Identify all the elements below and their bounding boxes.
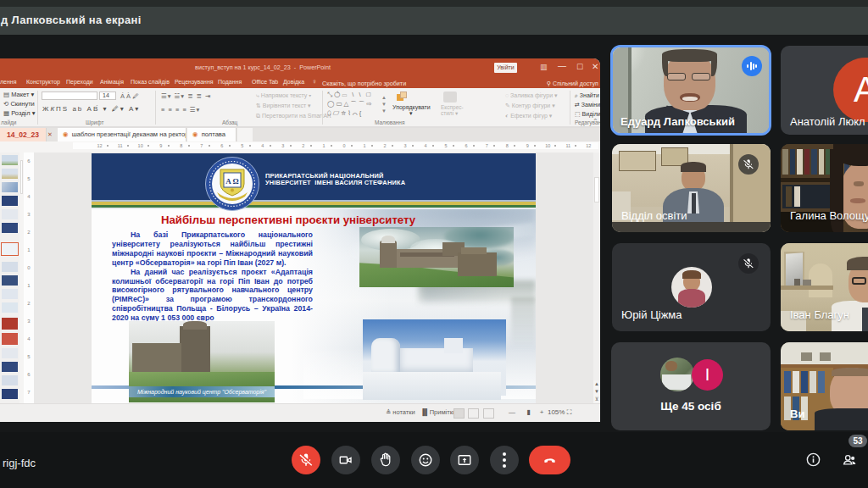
svg-text:Α Ω: Α Ω xyxy=(225,177,238,186)
